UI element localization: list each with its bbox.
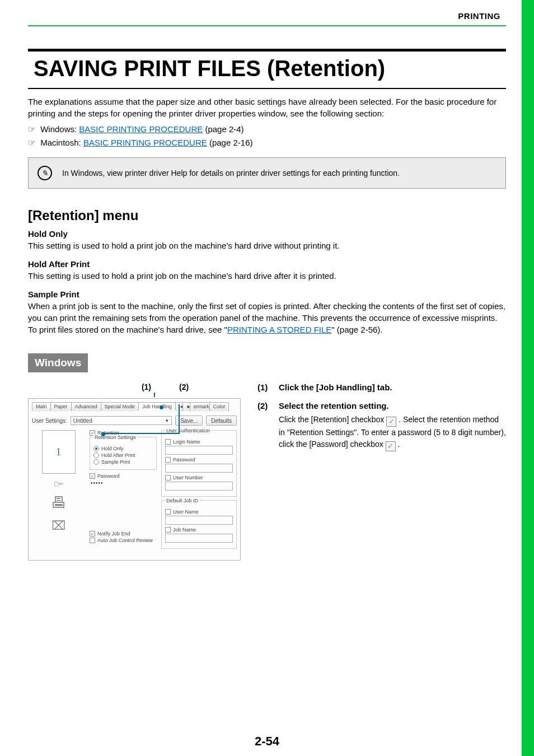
- tab-paper[interactable]: Paper: [50, 402, 72, 411]
- driver-screenshot: Main Paper Advanced Special Mode Job Han…: [28, 398, 241, 561]
- note-text: In Windows, view printer driver Help for…: [62, 169, 400, 178]
- tab-strip: Main Paper Advanced Special Mode Job Han…: [32, 402, 237, 411]
- retention-legend: Retention Settings: [93, 435, 137, 440]
- ref-prefix: Macintosh:: [40, 138, 83, 147]
- callout-numbers: (1) (2): [28, 382, 241, 391]
- hold-only-radio[interactable]: [93, 446, 99, 451]
- tab-watermarks[interactable]: ermarks: [190, 402, 210, 411]
- step-title: Select the retention setting.: [279, 401, 506, 410]
- user-settings-label: User Settings:: [32, 418, 67, 424]
- user-name-label: User Name: [173, 509, 199, 515]
- chevron-down-icon: ▼: [165, 418, 169, 423]
- user-settings-dropdown[interactable]: Untitled ▼: [71, 416, 172, 425]
- password-label: Password: [97, 473, 120, 479]
- callout-1: (1): [142, 382, 151, 391]
- ref-link[interactable]: BASIC PRINTING PROCEDURE: [83, 138, 207, 147]
- device-icon: ⌧: [51, 519, 65, 533]
- ref-line-windows: ☞ Windows: BASIC PRINTING PROCEDURE (pag…: [28, 123, 506, 136]
- tab-color[interactable]: Color: [209, 402, 229, 411]
- ref-suffix: (page 2-4): [203, 124, 243, 134]
- auto-review-label: Auto Job Control Review: [97, 538, 153, 543]
- sub-title: Sample Print: [28, 290, 506, 299]
- step-text-c: .: [396, 440, 400, 449]
- sub-title: Hold Only: [28, 229, 506, 239]
- os-badge-windows: Windows: [28, 353, 88, 372]
- preview-number: 1: [56, 446, 61, 458]
- ua-password-label: Password: [173, 457, 195, 463]
- sub-hold-only: Hold Only This setting is used to hold a…: [28, 229, 506, 251]
- sample-print-radio[interactable]: [93, 459, 99, 465]
- user-number-input[interactable]: [165, 482, 233, 491]
- step-number: (1): [257, 382, 273, 395]
- sub-body-link-line: To print files stored on the machine's h…: [28, 324, 506, 335]
- user-settings-value: Untitled: [73, 418, 92, 424]
- title-rule-bottom: [28, 88, 506, 89]
- tab-job-handling[interactable]: Job Handling: [138, 402, 176, 411]
- default-jobid-group: Default Job ID User Name Job Name: [161, 500, 237, 549]
- step-2: (2) Select the retention setting. Click …: [257, 401, 506, 451]
- ua-password-checkbox[interactable]: [165, 457, 171, 463]
- step-1: (1) Click the [Job Handling] tab.: [257, 382, 506, 395]
- login-name-label: Login Name: [173, 439, 200, 445]
- printer-icon: 🖶: [51, 493, 67, 512]
- user-name-input[interactable]: [165, 516, 233, 525]
- preview-pane: 1 ▢═ 🖶 ⌧: [32, 430, 85, 552]
- page-title: SAVING PRINT FILES (Retention): [28, 52, 506, 87]
- sub-body: When a print job is sent to the machine,…: [28, 300, 506, 324]
- retention-settings-group: Retention Settings Hold Only Hold After …: [90, 437, 157, 470]
- text-pre: To print files stored on the machine's h…: [28, 325, 227, 334]
- login-name-checkbox[interactable]: [165, 439, 171, 445]
- tab-advanced[interactable]: Advanced: [71, 402, 101, 411]
- retention-menu-heading: [Retention] menu: [28, 208, 506, 223]
- hold-after-label: Hold After Print: [101, 452, 135, 458]
- sub-hold-after: Hold After Print This setting is used to…: [28, 259, 506, 282]
- login-name-input[interactable]: [165, 446, 233, 455]
- callout-connector: [28, 393, 241, 397]
- step-text-a: Click the [Retention] checkbox: [279, 415, 386, 424]
- text-suf: " (page 2-56).: [331, 325, 382, 334]
- callout-2: (2): [179, 382, 189, 391]
- user-number-label: User Number: [173, 475, 203, 480]
- note-icon: ✎: [38, 166, 52, 180]
- section-header: PRINTING: [28, 11, 506, 21]
- hold-after-radio[interactable]: [93, 452, 99, 458]
- step-text: Click the [Retention] checkbox ✓ . Selec…: [279, 414, 506, 451]
- job-name-checkbox[interactable]: [165, 527, 171, 533]
- step-number: (2): [257, 401, 273, 451]
- note-box: ✎ In Windows, view printer driver Help f…: [28, 157, 506, 189]
- ua-password-input[interactable]: [165, 464, 233, 473]
- step-title: Click the [Job Handling] tab.: [279, 382, 506, 392]
- check-icon: ✓: [386, 441, 396, 451]
- sub-sample-print: Sample Print When a print job is sent to…: [28, 290, 506, 335]
- default-jobid-legend: Default Job ID: [165, 498, 199, 503]
- pointer-icon: ☞: [28, 123, 38, 136]
- sub-body: This setting is used to hold a print job…: [28, 270, 506, 282]
- notify-checkbox[interactable]: ✓: [90, 531, 95, 536]
- sub-title: Hold After Print: [28, 259, 506, 269]
- check-icon: ✓: [386, 417, 396, 427]
- callout-dot: [101, 432, 105, 436]
- ref-link[interactable]: BASIC PRINTING PROCEDURE: [79, 124, 203, 134]
- user-number-checkbox[interactable]: [165, 475, 171, 480]
- hold-only-label: Hold Only: [101, 446, 124, 451]
- green-rule: [28, 25, 506, 26]
- pointer-icon: ☞: [28, 136, 38, 150]
- ref-suffix: (page 2-16): [207, 138, 253, 147]
- intro-paragraph: The explanations assume that the paper s…: [28, 96, 506, 119]
- password-checkbox[interactable]: ✓: [90, 473, 95, 479]
- ref-line-macintosh: ☞ Macintosh: BASIC PRINTING PROCEDURE (p…: [28, 136, 506, 150]
- tab-special-mode[interactable]: Special Mode: [101, 402, 139, 411]
- stored-file-link[interactable]: PRINTING A STORED FILE: [227, 325, 331, 334]
- auto-review-checkbox[interactable]: [90, 538, 95, 543]
- sub-body: This setting is used to hold a print job…: [28, 240, 506, 251]
- job-name-input[interactable]: [165, 534, 233, 543]
- user-name-checkbox[interactable]: [165, 509, 171, 515]
- tab-nav-right[interactable]: ►: [182, 402, 190, 411]
- sample-print-label: Sample Print: [101, 459, 130, 465]
- callout-dot: [160, 405, 163, 409]
- page-preview: 1: [42, 430, 76, 474]
- defaults-button[interactable]: Defaults: [206, 416, 237, 426]
- tab-main[interactable]: Main: [32, 402, 51, 411]
- user-auth-group: User Authentication Login Name Password …: [161, 430, 237, 497]
- callout-line: [179, 404, 180, 433]
